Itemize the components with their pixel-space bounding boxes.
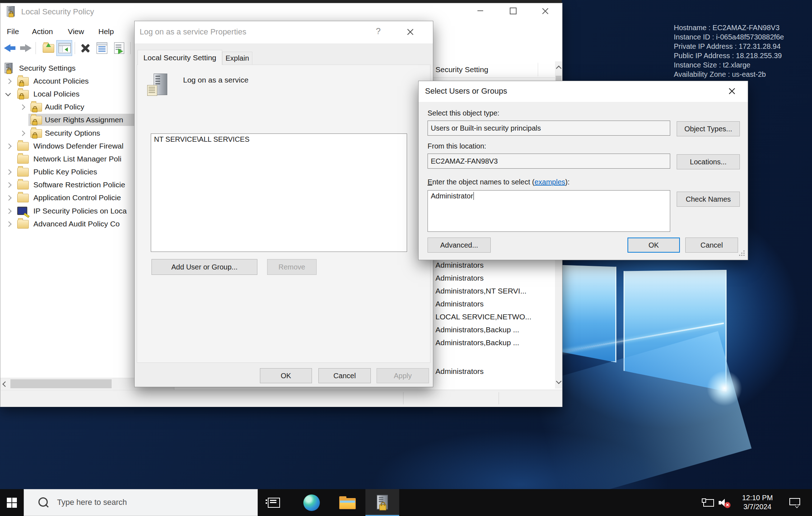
add-user-or-group-button[interactable]: Add User or Group... (151, 259, 257, 275)
tab-local-security-setting[interactable]: Local Security Setting (137, 50, 222, 65)
show-console-tree-icon[interactable] (56, 40, 72, 56)
folder-icon (17, 220, 29, 229)
folder-icon (17, 181, 29, 189)
close-icon[interactable] (406, 28, 414, 36)
scroll-down-icon[interactable] (556, 379, 562, 384)
export-list-icon[interactable] (114, 42, 124, 54)
member-entry[interactable]: NT SERVICE\ALL SERVICES (154, 135, 249, 144)
column-header-security-setting[interactable]: Security Setting (435, 65, 488, 74)
chevron-right-icon[interactable] (20, 104, 25, 110)
title-bar[interactable]: Local Security Policy (0, 3, 562, 18)
action-center-button[interactable] (785, 489, 805, 516)
forward-icon[interactable] (25, 44, 32, 52)
tree-item-label: Network List Manager Poli (33, 155, 121, 163)
scroll-left-icon[interactable] (3, 381, 8, 387)
chevron-right-icon[interactable] (6, 144, 12, 149)
check-names-button[interactable]: Check Names (677, 192, 740, 207)
folder-icon (17, 142, 29, 151)
start-button[interactable] (0, 489, 24, 516)
close-icon[interactable] (728, 88, 736, 95)
delete-icon[interactable] (80, 43, 91, 53)
list-item[interactable]: LOCAL SERVICE,NETWO... (435, 313, 531, 321)
window-title: Local Security Policy (21, 7, 94, 17)
wallpaper-starburst (699, 363, 750, 413)
task-view-button[interactable] (264, 489, 284, 516)
taskbar-search-box[interactable]: Type here to search (24, 489, 258, 516)
list-item[interactable]: Administrators (435, 261, 484, 269)
chevron-right-icon[interactable] (6, 169, 12, 175)
chevron-right-icon[interactable] (20, 131, 25, 136)
column-divider[interactable] (538, 63, 538, 76)
instance-info-line: Instance ID : i-065a48f5730882f6e (674, 32, 784, 42)
back-icon[interactable] (4, 44, 10, 52)
locations-button[interactable]: Locations... (677, 154, 740, 169)
folder-icon (17, 194, 29, 202)
chevron-right-icon[interactable] (6, 221, 12, 227)
maximize-button[interactable] (510, 8, 517, 14)
cancel-button[interactable]: Cancel (318, 368, 371, 383)
status-bar-divider (499, 392, 499, 404)
top-edge-strip (0, 0, 562, 3)
advanced-button[interactable]: Advanced... (428, 238, 491, 253)
instance-info-line: Hostname : EC2AMAZ-FAN98V3 (674, 23, 784, 32)
screen: Hostname : EC2AMAZ-FAN98V3 Instance ID :… (0, 0, 812, 516)
chevron-right-icon[interactable] (6, 182, 12, 188)
properties-icon[interactable] (97, 42, 107, 54)
local-security-policy-taskbar-button[interactable] (365, 489, 399, 516)
resize-grip[interactable] (739, 250, 745, 256)
cancel-button[interactable]: Cancel (685, 238, 738, 253)
list-item[interactable]: Administrators,Backup ... (435, 325, 519, 334)
object-types-button[interactable]: Object Types... (677, 121, 740, 136)
list-item[interactable]: Administrators (435, 300, 484, 308)
network-tray-button[interactable] (699, 489, 717, 516)
menu-view[interactable]: View (68, 27, 84, 36)
scrollbar-thumb[interactable] (10, 379, 112, 388)
list-item[interactable]: Administrators,NT SERVI... (435, 287, 527, 295)
up-folder-icon[interactable] (43, 44, 54, 53)
taskbar: Type here to search (0, 489, 812, 516)
list-item[interactable]: Administrators (435, 274, 484, 282)
examples-link[interactable]: examples (535, 178, 565, 186)
dialog-title: Select Users or Groups (425, 86, 507, 96)
members-listbox[interactable]: NT SERVICE\ALL SERVICES (151, 133, 407, 252)
dialog-title-bar[interactable]: Log on as a service Properties ? (135, 21, 433, 43)
edge-browser-button[interactable] (302, 489, 322, 516)
list-item[interactable]: Administrators,Backup ... (435, 338, 519, 347)
tree-item-label: Audit Policy (45, 103, 84, 111)
ok-button[interactable]: OK (627, 238, 680, 253)
tree-item-label: Account Policies (33, 77, 89, 85)
menu-action[interactable]: Action (32, 27, 53, 36)
minimize-button[interactable] (477, 10, 483, 11)
scroll-up-icon[interactable] (556, 66, 562, 71)
help-button[interactable]: ? (376, 26, 381, 36)
volume-tray-button[interactable] (716, 489, 734, 516)
location-label: From this location: (428, 142, 486, 150)
file-explorer-button[interactable] (337, 489, 358, 516)
folder-lock-icon (31, 103, 42, 112)
list-item[interactable]: Administrators (435, 367, 484, 376)
apply-button[interactable]: Apply (377, 368, 429, 383)
object-names-textarea[interactable]: Administrator (428, 190, 670, 232)
chevron-right-icon[interactable] (6, 79, 12, 84)
toolbar-separator (36, 42, 36, 54)
file-explorer-icon (339, 496, 356, 509)
clock[interactable]: 12:10 PM 3/7/2024 (736, 493, 779, 511)
ok-button[interactable]: OK (260, 368, 312, 383)
object-names-label: Enter the object names to select (exampl… (428, 178, 570, 186)
folder-lock-icon (17, 90, 29, 99)
chevron-right-icon[interactable] (6, 195, 12, 201)
menu-file[interactable]: File (7, 27, 19, 36)
tab-page: Log on as a service NT SERVICE\ALL SERVI… (137, 65, 430, 363)
instance-info-block: Hostname : EC2AMAZ-FAN98V3 Instance ID :… (674, 23, 784, 79)
tab-explain[interactable]: Explain (222, 52, 252, 65)
remove-button[interactable]: Remove (267, 259, 317, 275)
chevron-right-icon[interactable] (6, 208, 12, 214)
chevron-down-icon[interactable] (5, 91, 11, 97)
app-icon (7, 6, 15, 17)
tree-item-label: Security Settings (19, 64, 76, 72)
folder-lock-icon (31, 116, 42, 125)
folder-icon (17, 155, 29, 164)
dialog-title-bar[interactable]: Select Users or Groups (419, 81, 748, 102)
menu-help[interactable]: Help (98, 27, 114, 36)
close-button[interactable] (541, 8, 549, 15)
